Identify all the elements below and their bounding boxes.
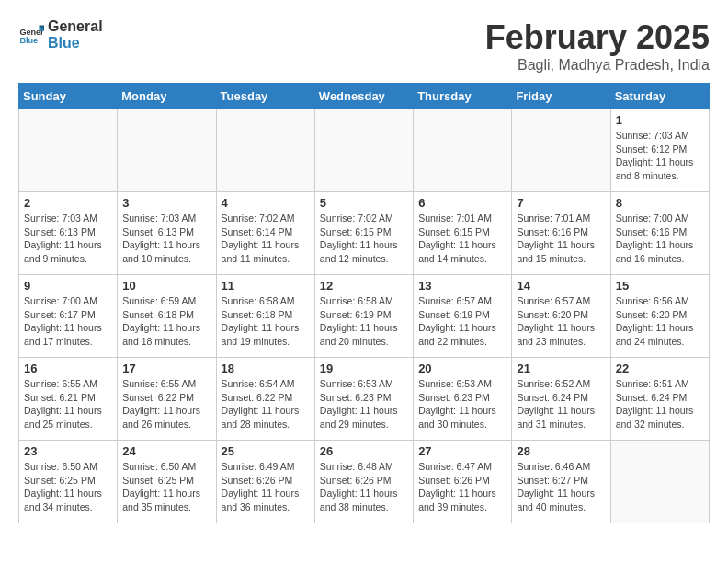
calendar-cell: 17Sunrise: 6:55 AMSunset: 6:22 PMDayligh… bbox=[118, 358, 216, 441]
calendar-cell: 10Sunrise: 6:59 AMSunset: 6:18 PMDayligh… bbox=[118, 275, 216, 358]
day-info: Sunrise: 6:50 AMSunset: 6:25 PMDaylight:… bbox=[122, 460, 210, 514]
day-number: 1 bbox=[616, 113, 704, 127]
day-info: Sunrise: 6:53 AMSunset: 6:23 PMDaylight:… bbox=[418, 377, 506, 431]
weekday-header-tuesday: Tuesday bbox=[216, 84, 314, 109]
day-number: 14 bbox=[517, 279, 605, 293]
day-number: 17 bbox=[122, 362, 210, 375]
calendar-cell: 12Sunrise: 6:58 AMSunset: 6:19 PMDayligh… bbox=[314, 275, 413, 358]
calendar-cell: 11Sunrise: 6:58 AMSunset: 6:18 PMDayligh… bbox=[216, 275, 314, 358]
weekday-header-monday: Monday bbox=[118, 84, 216, 109]
day-info: Sunrise: 7:02 AMSunset: 6:15 PMDaylight:… bbox=[320, 212, 408, 266]
day-info: Sunrise: 6:54 AMSunset: 6:22 PMDaylight:… bbox=[222, 377, 310, 431]
day-info: Sunrise: 6:55 AMSunset: 6:22 PMDaylight:… bbox=[122, 377, 210, 431]
day-info: Sunrise: 7:01 AMSunset: 6:15 PMDaylight:… bbox=[418, 212, 506, 266]
calendar-cell: 18Sunrise: 6:54 AMSunset: 6:22 PMDayligh… bbox=[216, 358, 314, 441]
day-info: Sunrise: 7:03 AMSunset: 6:13 PMDaylight:… bbox=[122, 212, 210, 266]
day-number: 13 bbox=[418, 279, 506, 293]
calendar-cell: 14Sunrise: 6:57 AMSunset: 6:20 PMDayligh… bbox=[512, 275, 610, 358]
calendar-cell: 19Sunrise: 6:53 AMSunset: 6:23 PMDayligh… bbox=[314, 358, 413, 441]
calendar-week-row: 16Sunrise: 6:55 AMSunset: 6:21 PMDayligh… bbox=[19, 358, 710, 441]
calendar-cell: 22Sunrise: 6:51 AMSunset: 6:24 PMDayligh… bbox=[610, 358, 709, 441]
calendar-cell bbox=[19, 109, 118, 192]
day-number: 18 bbox=[222, 362, 310, 375]
day-info: Sunrise: 7:01 AMSunset: 6:16 PMDaylight:… bbox=[517, 212, 605, 266]
day-info: Sunrise: 6:47 AMSunset: 6:26 PMDaylight:… bbox=[418, 460, 506, 514]
day-number: 22 bbox=[616, 362, 704, 375]
calendar-cell bbox=[610, 441, 709, 523]
calendar-cell: 21Sunrise: 6:52 AMSunset: 6:24 PMDayligh… bbox=[512, 358, 610, 441]
weekday-header-wednesday: Wednesday bbox=[314, 84, 413, 109]
svg-text:Blue: Blue bbox=[19, 36, 38, 45]
day-info: Sunrise: 7:02 AMSunset: 6:14 PMDaylight:… bbox=[222, 212, 310, 266]
day-number: 25 bbox=[222, 444, 310, 458]
day-number: 10 bbox=[122, 279, 210, 293]
day-number: 26 bbox=[320, 444, 408, 458]
calendar-table: SundayMondayTuesdayWednesdayThursdayFrid… bbox=[18, 83, 710, 523]
weekday-header-sunday: Sunday bbox=[19, 84, 118, 109]
calendar-cell: 20Sunrise: 6:53 AMSunset: 6:23 PMDayligh… bbox=[414, 358, 512, 441]
logo-icon: General Blue bbox=[18, 22, 44, 48]
day-number: 19 bbox=[320, 362, 408, 375]
day-number: 8 bbox=[616, 196, 704, 210]
day-number: 28 bbox=[517, 444, 605, 458]
day-number: 15 bbox=[616, 279, 704, 293]
day-number: 20 bbox=[418, 362, 506, 375]
day-info: Sunrise: 6:58 AMSunset: 6:19 PMDaylight:… bbox=[320, 294, 408, 349]
day-number: 7 bbox=[517, 196, 605, 210]
calendar-week-row: 2Sunrise: 7:03 AMSunset: 6:13 PMDaylight… bbox=[19, 192, 710, 275]
calendar-cell: 6Sunrise: 7:01 AMSunset: 6:15 PMDaylight… bbox=[414, 192, 512, 275]
day-info: Sunrise: 6:55 AMSunset: 6:21 PMDaylight:… bbox=[24, 377, 112, 431]
calendar-cell: 9Sunrise: 7:00 AMSunset: 6:17 PMDaylight… bbox=[19, 275, 118, 358]
calendar-cell bbox=[118, 109, 216, 192]
calendar-cell: 26Sunrise: 6:48 AMSunset: 6:26 PMDayligh… bbox=[314, 441, 413, 523]
logo: General Blue General Blue bbox=[18, 18, 103, 51]
logo-general: General bbox=[48, 18, 103, 35]
calendar-week-row: 23Sunrise: 6:50 AMSunset: 6:25 PMDayligh… bbox=[19, 441, 710, 523]
calendar-cell: 2Sunrise: 7:03 AMSunset: 6:13 PMDaylight… bbox=[19, 192, 118, 275]
day-number: 6 bbox=[418, 196, 506, 210]
calendar-cell: 1Sunrise: 7:03 AMSunset: 6:12 PMDaylight… bbox=[610, 109, 709, 192]
day-number: 4 bbox=[222, 196, 310, 210]
title-area: February 2025 Bagli, Madhya Pradesh, Ind… bbox=[485, 18, 710, 74]
day-number: 9 bbox=[24, 279, 112, 293]
weekday-header-friday: Friday bbox=[512, 84, 610, 109]
calendar-cell: 23Sunrise: 6:50 AMSunset: 6:25 PMDayligh… bbox=[19, 441, 118, 523]
day-number: 12 bbox=[320, 279, 408, 293]
calendar-cell: 28Sunrise: 6:46 AMSunset: 6:27 PMDayligh… bbox=[512, 441, 610, 523]
calendar-cell bbox=[314, 109, 413, 192]
calendar-cell: 3Sunrise: 7:03 AMSunset: 6:13 PMDaylight… bbox=[118, 192, 216, 275]
day-number: 16 bbox=[24, 362, 112, 375]
day-number: 3 bbox=[122, 196, 210, 210]
day-info: Sunrise: 7:00 AMSunset: 6:17 PMDaylight:… bbox=[24, 294, 112, 349]
day-info: Sunrise: 6:57 AMSunset: 6:20 PMDaylight:… bbox=[517, 294, 605, 349]
calendar-cell: 4Sunrise: 7:02 AMSunset: 6:14 PMDaylight… bbox=[216, 192, 314, 275]
day-info: Sunrise: 7:00 AMSunset: 6:16 PMDaylight:… bbox=[616, 212, 704, 266]
day-number: 5 bbox=[320, 196, 408, 210]
day-info: Sunrise: 6:46 AMSunset: 6:27 PMDaylight:… bbox=[517, 460, 605, 514]
day-info: Sunrise: 6:58 AMSunset: 6:18 PMDaylight:… bbox=[222, 294, 310, 349]
weekday-header-saturday: Saturday bbox=[610, 84, 709, 109]
calendar-cell bbox=[216, 109, 314, 192]
day-number: 27 bbox=[418, 444, 506, 458]
weekday-header-thursday: Thursday bbox=[414, 84, 512, 109]
location-subtitle: Bagli, Madhya Pradesh, India bbox=[485, 57, 710, 74]
page-header: General Blue General Blue February 2025 … bbox=[18, 18, 710, 74]
day-info: Sunrise: 7:03 AMSunset: 6:13 PMDaylight:… bbox=[24, 212, 112, 266]
day-info: Sunrise: 6:50 AMSunset: 6:25 PMDaylight:… bbox=[24, 460, 112, 514]
day-info: Sunrise: 6:48 AMSunset: 6:26 PMDaylight:… bbox=[320, 460, 408, 514]
calendar-cell: 5Sunrise: 7:02 AMSunset: 6:15 PMDaylight… bbox=[314, 192, 413, 275]
calendar-cell: 27Sunrise: 6:47 AMSunset: 6:26 PMDayligh… bbox=[414, 441, 512, 523]
calendar-cell bbox=[414, 109, 512, 192]
day-info: Sunrise: 6:56 AMSunset: 6:20 PMDaylight:… bbox=[616, 294, 704, 349]
logo-blue: Blue bbox=[48, 35, 103, 52]
day-info: Sunrise: 6:49 AMSunset: 6:26 PMDaylight:… bbox=[222, 460, 310, 514]
calendar-week-row: 9Sunrise: 7:00 AMSunset: 6:17 PMDaylight… bbox=[19, 275, 710, 358]
calendar-cell: 8Sunrise: 7:00 AMSunset: 6:16 PMDaylight… bbox=[610, 192, 709, 275]
day-info: Sunrise: 6:51 AMSunset: 6:24 PMDaylight:… bbox=[616, 377, 704, 431]
calendar-cell bbox=[512, 109, 610, 192]
day-info: Sunrise: 6:57 AMSunset: 6:19 PMDaylight:… bbox=[418, 294, 506, 349]
day-number: 2 bbox=[24, 196, 112, 210]
day-number: 24 bbox=[122, 444, 210, 458]
day-number: 11 bbox=[222, 279, 310, 293]
day-info: Sunrise: 6:53 AMSunset: 6:23 PMDaylight:… bbox=[320, 377, 408, 431]
